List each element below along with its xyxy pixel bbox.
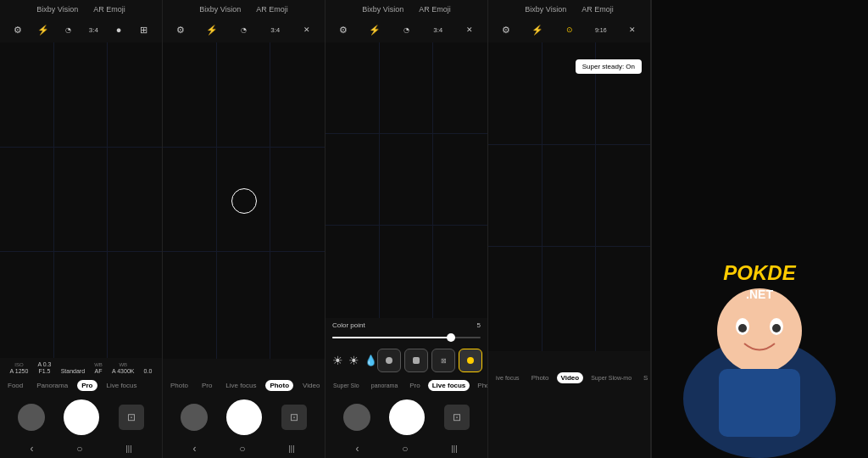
effect-blur-circle[interactable] [377,349,401,372]
ar-emoji-label-4[interactable]: AR Emoji [581,5,614,14]
grid-v1 [53,42,54,358]
lens-icon-1[interactable]: ● [109,20,128,39]
mode-photo-active-2[interactable]: Photo [265,380,293,391]
ratio-icon-1[interactable]: 3:4 [84,20,103,39]
settings-icon-3[interactable]: ⚙ [334,20,353,39]
mode-livefocus-2[interactable]: Live focus [221,380,260,391]
mode-panorama-3[interactable]: panorama [367,381,403,390]
mode-pro-2[interactable]: Pro [198,380,216,391]
mode-video-4[interactable]: Video [557,372,584,383]
flash-icon-4[interactable]: ⚡ [528,20,547,39]
effect-color-dot[interactable] [459,349,482,372]
metering-value: Standard [61,368,85,374]
metering-label[interactable]: Standard [61,368,85,374]
bixby-vision-label-4[interactable]: Bixby Vision [525,5,566,14]
back-btn-3[interactable]: ‹ [355,443,359,455]
grid-v2 [595,42,596,351]
grid-h2 [488,246,650,247]
mode-superslow-4[interactable]: Super Slow-mo [587,373,636,383]
grid-v2 [107,42,108,358]
settings-icon-1[interactable]: ⚙ [8,20,27,39]
recent-btn-2[interactable]: ||| [289,444,295,453]
settings-icon-4[interactable]: ⚙ [497,20,515,39]
gallery-btn-1[interactable]: ⊡ [119,405,144,430]
aspect-icon-4[interactable]: ✕ [623,20,642,39]
grid-h1 [163,147,325,148]
mode-panorama[interactable]: Panorama [32,380,72,391]
color-point-slider[interactable] [332,332,481,344]
aspect-icon-3[interactable]: ✕ [460,20,479,39]
mode-pro[interactable]: Pro [77,380,97,391]
recent-btn-1[interactable]: ||| [126,444,132,453]
mode-s-4[interactable]: S [639,372,650,383]
slider-track [332,337,481,338]
grid-icon-1[interactable]: ⊞ [135,20,153,39]
svg-point-4 [738,324,747,332]
character-illustration: POKDE .NET [651,161,868,458]
mode-bar-2: Photo Pro Live focus Photo Video [163,376,325,395]
gallery-btn-2[interactable]: ⊡ [281,405,307,430]
slider-thumb[interactable] [447,333,455,342]
home-btn-1[interactable]: ○ [76,443,82,455]
mode-livefocus-3[interactable]: Live focus [428,380,470,391]
focus-label[interactable]: WB AF [94,362,103,374]
tele-lens-icon[interactable]: ☀ [348,354,359,367]
spacer-4 [488,351,650,368]
mode-livefocus[interactable]: Live focus [103,380,142,391]
mode-food[interactable]: Food [3,380,27,391]
gallery-btn-3[interactable]: ⊡ [444,405,470,430]
shutter-btn-3[interactable] [389,399,425,435]
ar-emoji-label-2[interactable]: AR Emoji [256,5,288,14]
effect-blur-pattern[interactable]: ⊠ [431,349,455,372]
shutter-btn-1[interactable] [64,399,99,435]
mode-ive-focus-4[interactable]: ive focus [492,373,524,383]
back-btn-2[interactable]: ‹ [192,443,196,455]
recent-btn-3[interactable]: ||| [452,444,458,453]
flash-icon-3[interactable]: ⚡ [365,20,384,39]
timer-icon-3[interactable]: ◔ [398,20,416,39]
iso-label[interactable]: ISO A 1250 [10,362,29,374]
thumbnail-btn-1[interactable] [18,404,45,431]
wb-label[interactable]: WB A 4300K [112,362,134,374]
top-bar-3: Bixby Vision AR Emoji [326,0,487,17]
mode-photo-3[interactable]: Photo [473,380,487,391]
focus-value: AF [95,368,103,374]
home-btn-3[interactable]: ○ [402,443,408,455]
color-point-label: Color point [332,321,365,329]
ev2-label[interactable]: 0.0 [144,368,153,374]
mode-photo-4[interactable]: Photo [527,372,554,383]
shutter-btn-2[interactable] [226,399,262,435]
ratio-icon-3[interactable]: 3:4 [429,20,448,39]
timer-icon-1[interactable]: ◔ [59,20,78,39]
water-lens-icon[interactable]: 💧 [364,355,377,366]
wide-lens-icon[interactable]: ☀ [332,354,343,367]
ar-emoji-label-3[interactable]: AR Emoji [419,5,451,14]
effect-blur-square[interactable] [404,349,428,372]
bixby-vision-label-3[interactable]: Bixby Vision [362,5,403,14]
flash-icon-2[interactable]: ⚡ [203,20,221,39]
aspect-icon-2[interactable]: ✕ [298,20,316,39]
ev-label[interactable]: A 0.3 F1.5 [38,361,52,374]
bixby-vision-label-2[interactable]: Bixby Vision [199,5,241,14]
timer-icon-2[interactable]: ◔ [235,20,253,39]
steady-icon-4[interactable]: ⊙ [560,20,579,39]
mode-pro-3[interactable]: Pro [405,380,424,391]
shutter-row-3: ⊡ [326,395,487,439]
flash-icon-1[interactable]: ⚡ [34,20,53,39]
thumbnail-btn-3[interactable] [343,404,370,431]
mode-photo-2[interactable]: Photo [166,380,192,391]
ratio-icon-4[interactable]: 9:16 [592,20,610,39]
mode-video-2[interactable]: Video [298,380,324,391]
settings-icon-2[interactable]: ⚙ [171,20,190,39]
top-bar-1: Bixby Vision AR Emoji [0,0,162,17]
super-steady-tooltip: Super steady: On [576,59,642,74]
mode-superslo-3[interactable]: Super Slo [329,381,364,390]
bixby-vision-label-1[interactable]: Bixby Vision [36,5,78,14]
home-btn-2[interactable]: ○ [239,443,245,455]
back-btn-1[interactable]: ‹ [30,443,33,455]
nav-placeholder-4 [488,434,650,458]
ar-emoji-label-1[interactable]: AR Emoji [93,5,125,14]
ratio-icon-2[interactable]: 3:4 [266,20,285,39]
svg-rect-6 [719,369,800,437]
thumbnail-btn-2[interactable] [181,404,208,431]
